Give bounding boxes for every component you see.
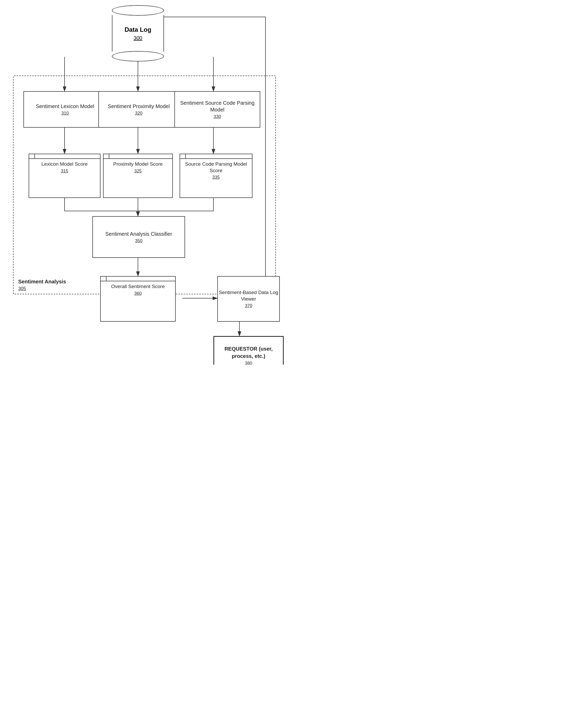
overall-sentiment-score-id: 360: [134, 291, 142, 296]
source-code-parsing-model-score-id: 335: [212, 175, 220, 180]
sentiment-proximity-model-label: Sentiment Proximity Model: [108, 103, 170, 110]
sentiment-lexicon-model-label: Sentiment Lexicon Model: [36, 103, 94, 110]
proximity-model-score-label: Proximity Model Score: [113, 161, 163, 167]
sentiment-analysis-classifier-node: Sentiment Analysis Classifier 350: [92, 216, 185, 258]
sentiment-proximity-model-node: Sentiment Proximity Model 320: [99, 91, 179, 128]
sentiment-based-data-log-viewer-label: Sentiment-Based Data Log Viewer: [218, 289, 279, 302]
data-log-id: 300: [134, 35, 142, 41]
data-log-label: Data Log: [125, 26, 151, 34]
sentiment-source-code-parsing-model-id: 330: [214, 114, 221, 119]
sentiment-analysis-label: Sentiment Analysis: [18, 279, 66, 285]
sentiment-source-code-parsing-model-label: Sentiment Source Code Parsing Model: [175, 100, 260, 113]
sentiment-based-data-log-viewer-id: 370: [245, 303, 252, 308]
lexicon-model-score-id: 315: [61, 168, 68, 174]
requestor-node: REQUESTOR (user, process, etc.) 380: [214, 336, 284, 365]
lexicon-model-score-label: Lexicon Model Score: [41, 161, 87, 167]
data-log-node: Data Log 300: [103, 5, 173, 61]
sentiment-analysis-classifier-id: 350: [135, 238, 142, 243]
sentiment-lexicon-model-id: 310: [61, 111, 69, 116]
proximity-model-score-id: 325: [134, 168, 142, 174]
sentiment-lexicon-model-node: Sentiment Lexicon Model 310: [23, 91, 107, 128]
source-code-parsing-model-score-label: Source Code Parsing Model Score: [183, 161, 249, 174]
source-code-parsing-model-score-node: Source Code Parsing Model Score 335: [179, 154, 252, 198]
sentiment-analysis-id: 305: [18, 286, 26, 291]
diagram-container: Data Log 300 Sentiment Analysis 305 Sent…: [0, 0, 292, 365]
sentiment-analysis-classifier-label: Sentiment Analysis Classifier: [105, 231, 172, 237]
sentiment-proximity-model-id: 320: [135, 111, 142, 116]
proximity-model-score-node: Proximity Model Score 325: [103, 154, 173, 198]
overall-sentiment-score-label: Overall Sentiment Score: [111, 283, 165, 290]
requestor-label: REQUESTOR (user, process, etc.): [214, 345, 283, 360]
requestor-id: 380: [245, 361, 252, 365]
lexicon-model-score-node: Lexicon Model Score 315: [29, 154, 101, 198]
overall-sentiment-score-node: Overall Sentiment Score 360: [100, 276, 176, 322]
sentiment-based-data-log-viewer-node: Sentiment-Based Data Log Viewer 370: [217, 276, 280, 322]
sentiment-source-code-parsing-model-node: Sentiment Source Code Parsing Model 330: [174, 91, 260, 128]
